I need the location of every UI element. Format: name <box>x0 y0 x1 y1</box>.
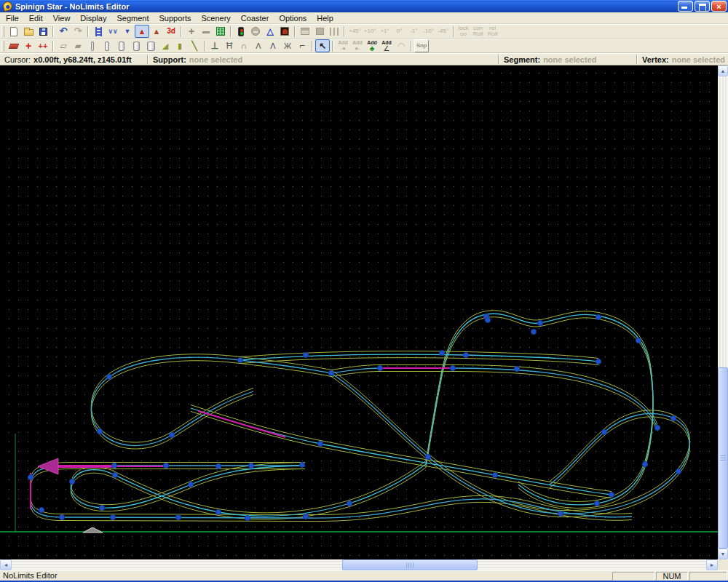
brace-support-button[interactable]: Ж <box>280 39 295 52</box>
footer-support-button[interactable]: ⊥ <box>207 39 222 52</box>
pitch-plus1-button[interactable]: +1° <box>378 25 392 38</box>
footer-support-icon: ⊥ <box>211 41 218 51</box>
redo-icon: ↷ <box>74 26 82 36</box>
pitch-plus10-button[interactable]: +10° <box>363 25 378 38</box>
tube-m-tool-button[interactable] <box>114 39 129 52</box>
beam-angled-tool-button[interactable]: ▰ <box>71 39 85 52</box>
toolbar-grip <box>1 41 4 52</box>
3d-view-button[interactable]: 3d <box>164 25 178 38</box>
vertical-scrollbar[interactable]: ▲ ▼ <box>718 65 728 559</box>
track-view-button[interactable] <box>91 25 106 38</box>
pan-tool-button[interactable]: + <box>184 25 199 38</box>
scroll-down-icon[interactable]: ▼ <box>718 549 728 559</box>
pitch-plus45-button[interactable]: +45° <box>347 25 363 38</box>
test-supports-button[interactable]: △ <box>263 25 277 38</box>
delete-support-button[interactable] <box>7 39 21 52</box>
bar-tool-button[interactable]: ╲ <box>187 39 202 52</box>
add-support-nodes-icon: ++ <box>39 41 48 51</box>
add-support-nodes-button[interactable]: ++ <box>36 39 50 52</box>
add-segment-button[interactable]: Add●- <box>350 39 365 52</box>
pitch-minus45-label: -45° <box>438 28 448 34</box>
menu-item-view[interactable]: View <box>48 13 76 23</box>
track-canvas[interactable] <box>0 65 718 559</box>
angled-flag-support-button[interactable]: Λ <box>266 39 280 52</box>
menu-item-options[interactable]: Options <box>274 13 312 23</box>
3d-view-icon: 3d <box>167 26 175 36</box>
pitch-minus45-button[interactable]: -45° <box>436 25 451 38</box>
toolbar-separator <box>344 26 345 37</box>
tube-l-tool-button[interactable] <box>129 39 143 52</box>
add-roll-point-button[interactable]: Add-● <box>336 39 350 52</box>
undo-button[interactable]: ↶ <box>56 25 71 38</box>
close-button[interactable]: × <box>711 1 727 12</box>
preview-window-button[interactable] <box>312 25 327 38</box>
menu-item-file[interactable]: File <box>1 13 24 23</box>
tube-s-tool-button[interactable] <box>100 39 114 52</box>
pitch-zero-button[interactable]: 0° <box>392 25 407 38</box>
frame-support-button[interactable]: Ħ <box>222 39 237 52</box>
scroll-right-icon[interactable]: ► <box>706 559 718 570</box>
pitch-minus1-button[interactable]: -1° <box>407 25 422 38</box>
arch-support-button[interactable]: ∩ <box>237 39 251 52</box>
editor-window-button[interactable] <box>298 25 312 38</box>
new-file-button[interactable] <box>7 25 21 38</box>
menu-item-supports[interactable]: Supports <box>154 13 196 23</box>
simulate-button[interactable] <box>234 25 248 38</box>
horizontal-scrollbar[interactable]: ◄ ► <box>0 559 718 570</box>
add-support-node-icon: + <box>25 41 31 51</box>
redo-button[interactable]: ↷ <box>71 25 85 38</box>
beam-tool-button[interactable]: ▱ <box>56 39 71 52</box>
curved-support-button[interactable]: ⌐ <box>295 39 309 52</box>
menu-item-display[interactable]: Display <box>75 13 111 23</box>
flatten-tool-button[interactable]: ▬ <box>199 25 213 38</box>
snap-label: Snp <box>416 43 427 49</box>
angled-support-button[interactable]: Λ <box>251 39 266 52</box>
scroll-left-icon[interactable]: ◄ <box>0 559 12 570</box>
grid-snap-button[interactable] <box>213 25 228 38</box>
terrain-wire-view-button[interactable]: ▲ <box>149 25 164 38</box>
wireframe-view-button[interactable]: ∨∨ <box>106 25 120 38</box>
cursor-status-panel: Cursor: x0.00ft, y68.24ft, z145.01ft <box>0 54 147 65</box>
tunnel-mode-button[interactable] <box>277 25 292 38</box>
menu-item-help[interactable]: Help <box>312 13 339 23</box>
scroll-up-icon[interactable]: ▲ <box>718 65 728 76</box>
beam-angled-tool-icon: ▰ <box>74 41 81 51</box>
add-tree-button[interactable]: Add♣ <box>365 39 379 52</box>
snap-button[interactable]: Snp <box>414 39 429 52</box>
pan-tool-icon: + <box>189 26 194 36</box>
horizontal-scroll-thumb[interactable] <box>342 559 478 570</box>
terrain-shaded-view-button[interactable]: ▲ <box>135 25 149 38</box>
add-flat-object-button[interactable]: Add∠ <box>379 39 394 52</box>
lock-roll-label: lock oo <box>458 25 468 37</box>
shaded-view-button[interactable]: ▼ <box>120 25 135 38</box>
lock-roll-button[interactable]: lock oo <box>456 25 471 38</box>
box-tool-button[interactable]: ▮ <box>173 39 187 52</box>
open-file-button[interactable] <box>21 25 36 38</box>
add-terrain-mound-button[interactable]: ◠ <box>394 39 408 52</box>
tube-icon <box>119 41 124 51</box>
grid-icon <box>216 27 225 36</box>
title-bar: Spinign Star - NoLimits Editor × <box>0 0 728 12</box>
menu-item-segment[interactable]: Segment <box>111 13 154 23</box>
track-icon <box>95 27 102 36</box>
stop-simulation-button[interactable] <box>248 25 263 38</box>
adjust-window-button[interactable] <box>327 25 341 38</box>
tube-xl-tool-button[interactable] <box>143 39 158 52</box>
restore-button[interactable] <box>695 1 710 12</box>
save-file-button[interactable] <box>36 25 50 38</box>
menu-item-coaster[interactable]: Coaster <box>236 13 274 23</box>
wedge-tool-button[interactable]: ◢ <box>158 39 173 52</box>
select-tool-button[interactable]: ↖ <box>315 39 330 52</box>
vertical-scroll-thumb[interactable] <box>718 367 728 549</box>
tube-xs-tool-button[interactable] <box>85 39 100 52</box>
sliders-icon <box>330 28 339 36</box>
add-support-node-button[interactable]: + <box>21 39 36 52</box>
continuous-roll-button[interactable]: con Roll <box>471 25 486 38</box>
wireframe-view-icon: ∨∨ <box>108 26 117 36</box>
relative-roll-button[interactable]: rel Roll <box>486 25 500 38</box>
pitch-zero-label: 0° <box>397 28 403 34</box>
minimize-button[interactable] <box>678 1 693 12</box>
pitch-minus10-button[interactable]: -10° <box>422 25 436 38</box>
menu-item-edit[interactable]: Edit <box>24 13 48 23</box>
menu-item-scenery[interactable]: Scenery <box>197 13 236 23</box>
